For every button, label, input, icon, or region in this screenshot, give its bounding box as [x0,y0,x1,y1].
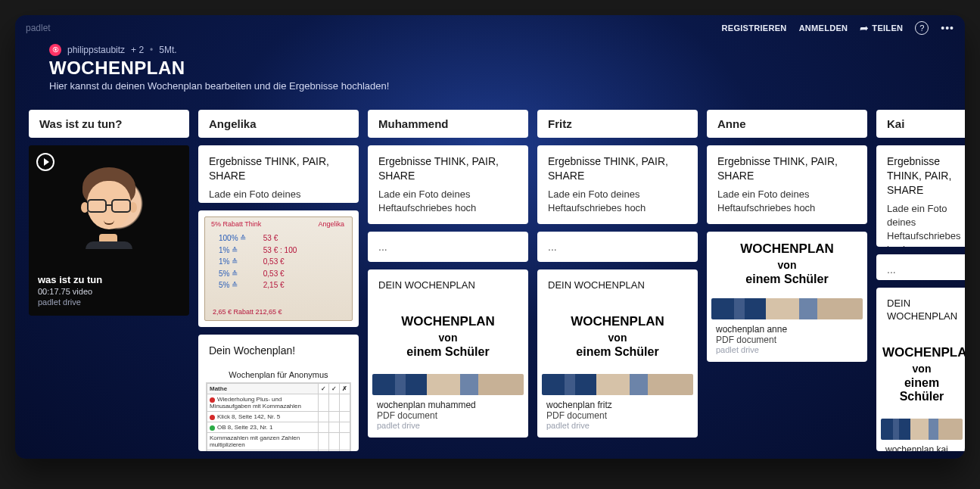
doc-big: WOCHENPLAN [713,241,861,257]
file-type: PDF document [716,335,858,345]
column-todo: Was ist zu tun? was ist zu tun 00:1 [29,110,189,451]
login-button[interactable]: ANMELDEN [799,23,848,33]
help-icon[interactable]: ? [915,21,929,35]
ellipsis-text: ... [876,254,965,280]
column-muhammed: Muhammend Ergebnisse THINK, PAIR, SHARE … [368,110,528,451]
column-header[interactable]: Anne [707,110,867,138]
file-source: padlet drive [377,421,519,430]
file-type: PDF document [546,410,689,421]
play-icon[interactable] [36,153,54,171]
doc-thumbnail-strip [711,298,863,319]
doc-meta: wochenplan anne PDF document padlet driv… [707,319,867,362]
header-meta: ⦿ philippstaubitz + 2 • 5Mt. [49,44,931,56]
tps-card[interactable]: Ergebnisse THINK, PAIR, SHARE Lade ein F… [198,145,359,203]
photo-footer: 2,65 € Rabatt 212,65 € [213,308,282,316]
column-anne: Anne Ergebnisse THINK, PAIR, SHARE Lade … [707,110,867,451]
card-title: Ergebnisse THINK, PAIR, SHARE [378,154,518,183]
doc-schuler: einem Schüler [543,345,692,359]
column-header[interactable]: Was ist zu tun? [29,110,189,138]
card-title: Ergebnisse THINK, PAIR, SHARE [887,154,957,198]
doc-preview: WOCHENPLAN von einem Schüler [368,297,528,366]
memoji-avatar [75,164,143,248]
topbar-actions: REGISTRIEREN ANMELDEN ➦ TEILEN ? ••• [722,21,955,35]
tps-card[interactable]: Ergebnisse THINK, PAIR, SHARE Lade ein F… [876,145,965,247]
photo-card[interactable]: 5% Rabatt Think Angelika 100% ≙ 53 €1% ≙… [198,210,359,327]
collab-count[interactable]: + 2 [131,45,144,55]
plan-card[interactable]: Dein Wochenplan! Wochenplan für Anonymus… [198,335,359,451]
author-name[interactable]: philippstaubitz [67,45,125,55]
doc-card[interactable]: DEIN WOCHENPLAN WOCHENPLAN von einem Sch… [537,269,698,438]
card-title: Ergebnisse THINK, PAIR, SHARE [548,154,687,183]
doc-schuler: einem Schüler [882,376,961,403]
doc-von: von [374,332,522,344]
board-age: 5Mt. [159,45,176,55]
page-subtitle: Hier kannst du deinen Wochenplan bearbei… [49,80,931,92]
doc-von: von [882,363,961,375]
doc-thumbnail-strip [542,374,693,395]
column-angelika: Angelika Ergebnisse THINK, PAIR, SHARE L… [198,110,359,451]
ellipsis-text: ... [537,232,698,262]
sheet-title: Wochenplan für Anonymus [198,366,359,382]
doc-von: von [543,332,692,344]
doc-meta: wochenplan muhammed PDF document padlet … [368,395,528,438]
column-fritz: Fritz Ergebnisse THINK, PAIR, SHARE Lade… [537,110,698,451]
card-title: Ergebnisse THINK, PAIR, SHARE [209,154,348,183]
page-title: WOCHENPLAN [49,58,931,79]
video-meta: was ist zu tun 00:17.75 video padlet dri… [29,266,189,316]
file-name: wochenplan kai [885,444,958,451]
tps-card[interactable]: Ergebnisse THINK, PAIR, SHARE Lade ein F… [537,145,698,224]
card-text: Lade ein Foto deines Heftaufschriebes ho… [717,188,857,215]
tps-card[interactable]: Ergebnisse THINK, PAIR, SHARE Lade ein F… [368,145,528,224]
author-avatar[interactable]: ⦿ [49,44,61,56]
doc-preview: WOCHENPLAN von einem Schüler [876,328,965,411]
page-header: ⦿ philippstaubitz + 2 • 5Mt. WOCHENPLAN … [15,41,965,102]
column-header[interactable]: Angelika [198,110,359,138]
share-button[interactable]: ➦ TEILEN [860,22,903,34]
plan-title: Dein Wochenplan! [209,344,348,358]
doc-schuler: einem Schüler [713,273,861,286]
column-kai: Kai Ergebnisse THINK, PAIR, SHARE Lade e… [876,110,965,451]
doc-card[interactable]: WOCHENPLAN von einem Schüler wochenplan … [707,232,867,362]
photo-name: Angelika [318,220,344,228]
register-button[interactable]: REGISTRIEREN [722,23,787,33]
column-header[interactable]: Kai [876,110,965,138]
doc-meta: wochenplan kai PDF document padlet drive [876,440,965,451]
doc-card[interactable]: DEIN WOCHENPLAN WOCHENPLAN von einem Sch… [876,288,965,451]
video-preview[interactable] [29,145,189,266]
topbar: padlet REGISTRIEREN ANMELDEN ➦ TEILEN ? … [15,15,965,41]
columns: Was ist zu tun? was ist zu tun 00:1 [29,110,965,451]
share-label: TEILEN [872,23,903,33]
doc-preview: WOCHENPLAN von einem Schüler [707,232,867,294]
file-source: padlet drive [716,345,858,354]
doc-card[interactable]: DEIN WOCHENPLAN WOCHENPLAN von einem Sch… [368,269,528,438]
file-name: wochenplan fritz [546,400,689,410]
column-header[interactable]: Muhammend [368,110,528,138]
brand-logo[interactable]: padlet [26,23,51,33]
video-title: was ist zu tun [38,274,180,285]
more-icon[interactable]: ••• [941,22,954,34]
meta-separator: • [150,45,153,55]
doc-preview: WOCHENPLAN von einem Schüler [537,297,698,366]
ellipsis-card[interactable]: ... [876,254,965,280]
plan-sheet: MatheWiederholung Plus- und Minusaufgabe… [206,382,351,451]
photo-heading: 5% Rabatt Think [211,220,261,228]
tps-card[interactable]: Ergebnisse THINK, PAIR, SHARE Lade ein F… [707,145,867,224]
doc-big: WOCHENPLAN [374,313,522,330]
ellipsis-card[interactable]: ... [368,232,528,262]
video-duration: 00:17.75 video [38,287,180,296]
doc-thumbnail-strip [881,419,963,440]
video-source: padlet drive [38,297,180,307]
column-header[interactable]: Fritz [537,110,698,138]
ellipsis-text: ... [368,232,528,262]
doc-meta: wochenplan fritz PDF document padlet dri… [537,395,698,438]
file-name: wochenplan muhammed [377,400,519,410]
video-card[interactable]: was ist zu tun 00:17.75 video padlet dri… [29,145,189,316]
doc-section: DEIN WOCHENPLAN [887,297,957,323]
file-name: wochenplan anne [716,324,858,335]
ellipsis-card[interactable]: ... [537,232,698,262]
card-text: Lade ein Foto deines Heftaufschriebes ho… [887,202,957,247]
photo-rows: 100% ≙ 53 €1% ≙ 53 € : 1001% ≙ 0,53 €5% … [219,232,297,291]
doc-thumbnail-strip [372,374,524,395]
board[interactable]: Was ist zu tun? was ist zu tun 00:1 [15,102,965,459]
doc-big: WOCHENPLAN [543,313,692,330]
